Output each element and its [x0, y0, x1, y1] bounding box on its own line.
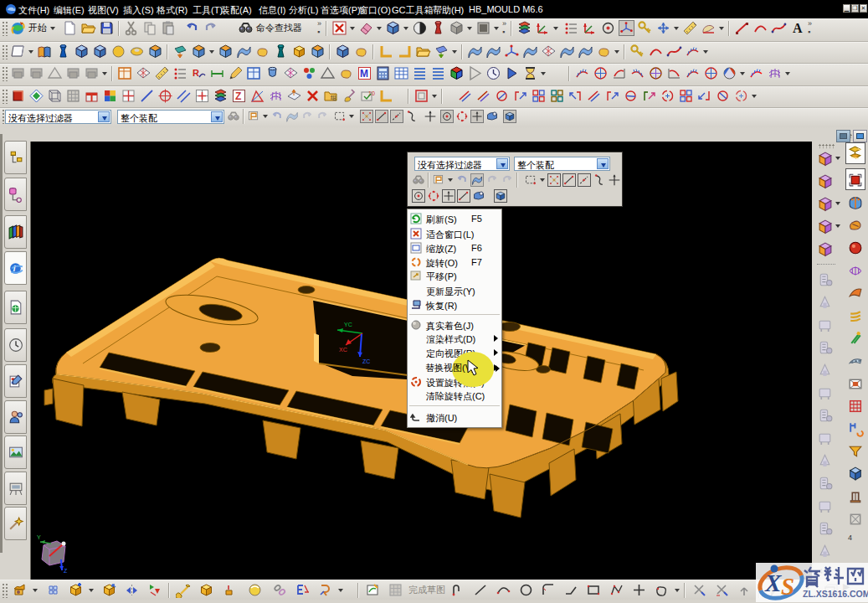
svg-text:YC: YC [344, 322, 352, 327]
svg-text:X: X [764, 570, 782, 596]
svg-text:S: S [781, 573, 794, 600]
svg-text:Y: Y [37, 534, 41, 540]
svg-text:Z: Z [64, 568, 68, 574]
svg-text:ZC: ZC [362, 358, 370, 364]
svg-text:i: i [13, 264, 16, 273]
svg-text:XC: XC [339, 347, 347, 353]
svg-text:ZL.XS1616.COM: ZL.XS1616.COM [803, 589, 868, 599]
